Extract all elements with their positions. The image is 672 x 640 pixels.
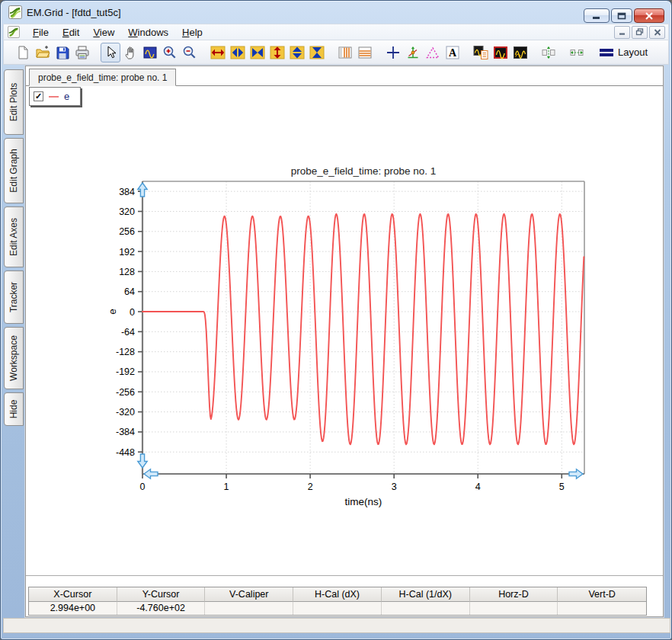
fit-vertical-icon: [541, 45, 556, 60]
open-file-button[interactable]: [33, 43, 53, 62]
cursor-readout-table: X-CursorY-CursorV-CaliperH-Cal (dX)H-Cal…: [28, 587, 647, 616]
zoom-window-button[interactable]: [140, 43, 160, 62]
title-bar[interactable]: EM.Grid - [fdtd_tut5c]: [1, 1, 671, 24]
toolbar-group: [567, 43, 587, 62]
y-tick-label: -192: [116, 366, 135, 377]
h-expand-icon: [210, 45, 226, 60]
x-tick-label: 3: [392, 482, 397, 492]
select-tool-button[interactable]: [101, 43, 120, 62]
h-shrink-icon: [230, 45, 245, 60]
x-tick-label: 2: [308, 482, 313, 492]
cursor-value-cell: [558, 602, 646, 615]
sidebar-tab-hide[interactable]: Hide: [4, 392, 24, 426]
sidebar-tab-strip: Edit PlotsEdit GraphEdit AxesTrackerWork…: [4, 65, 25, 617]
y-tick-label: 384: [119, 187, 135, 197]
new-document-button[interactable]: [13, 43, 33, 62]
legend: ✓ e: [29, 87, 81, 106]
caliper-triangle-button[interactable]: [423, 43, 443, 62]
vertical-grid-button[interactable]: [335, 43, 355, 62]
toolbar-group: A: [383, 43, 462, 62]
plot-single-button[interactable]: [491, 43, 510, 62]
pan-left-arrow-icon[interactable]: [144, 469, 158, 478]
y-tick-label: 0: [130, 307, 135, 318]
plot-with-legend-button[interactable]: [471, 43, 491, 62]
y-tick-label: -128: [116, 347, 135, 357]
horizontal-grid-button[interactable]: [355, 43, 375, 62]
close-button[interactable]: [634, 8, 664, 23]
vertical-grid-icon: [338, 45, 353, 60]
cursor-value-cell: 2.994e+00: [29, 602, 117, 615]
zoom-in-icon: [162, 45, 178, 60]
v-shrink-icon: [290, 45, 305, 60]
plot-document: probe_e_field_time: probe no. 1 ✓ e prob…: [25, 66, 664, 617]
cursor-value-cell: [382, 602, 470, 615]
x-axis-label: time(ns): [345, 496, 382, 507]
series-e-line: [142, 214, 584, 445]
cursor-col-header: H-Cal (dX): [293, 587, 382, 602]
plot-multi-icon: [513, 45, 528, 60]
menu-bar: FileEditViewWindowsHelp: [3, 24, 669, 40]
cursor-value-cell: [293, 602, 382, 615]
new-document-icon: [15, 45, 30, 60]
sidebar-tab-edit-plots[interactable]: Edit Plots: [4, 69, 24, 135]
y-axis-label: e: [107, 309, 118, 315]
y-tick-label: -64: [121, 327, 135, 338]
horizontal-grid-icon: [357, 45, 373, 60]
menu-item-file[interactable]: File: [26, 25, 56, 40]
pan-tool-button[interactable]: [120, 43, 140, 62]
v-bowtie-button[interactable]: [307, 43, 327, 62]
layout-button[interactable]: Layout: [595, 43, 651, 62]
h-shrink-button[interactable]: [228, 43, 248, 62]
caliper-triangle-icon: [425, 45, 440, 60]
chart-canvas[interactable]: 384320256192128640-64-128-192-256-320-38…: [101, 175, 603, 512]
minimize-button[interactable]: [584, 8, 610, 23]
save-button[interactable]: [53, 43, 72, 62]
h-expand-button[interactable]: [208, 43, 228, 62]
toolbar-group: [471, 43, 530, 62]
pan-tool-icon: [123, 45, 138, 60]
child-close-button[interactable]: [649, 26, 665, 39]
print-icon: [75, 45, 90, 60]
sidebar-tab-edit-graph[interactable]: Edit Graph: [4, 138, 24, 203]
layout-icon: [599, 47, 614, 58]
open-file-icon: [35, 45, 50, 60]
toolbar-group: [539, 43, 558, 62]
text-label-button[interactable]: A: [443, 43, 462, 62]
zoom-in-button[interactable]: [160, 43, 180, 62]
pan-right-arrow-icon[interactable]: [569, 469, 583, 478]
y-tick-label: -448: [116, 447, 135, 458]
h-bowtie-button[interactable]: [248, 43, 267, 62]
maximize-button[interactable]: [611, 8, 632, 23]
menu-item-view[interactable]: View: [86, 25, 121, 40]
cursor-col-header: Vert-D: [558, 587, 646, 602]
legend-line-sample: [49, 96, 59, 98]
menu-item-edit[interactable]: Edit: [56, 25, 86, 40]
pan-up-arrow-icon[interactable]: [138, 183, 147, 197]
fit-vertical-button[interactable]: [539, 43, 558, 62]
pan-down-arrow-icon[interactable]: [138, 454, 147, 468]
v-shrink-button[interactable]: [287, 43, 307, 62]
menu-item-help[interactable]: Help: [175, 25, 210, 40]
document-tab[interactable]: probe_e_field_time: probe no. 1: [29, 69, 176, 86]
y-tick-label: 256: [119, 226, 135, 237]
x-tick-label: 5: [559, 482, 565, 492]
menu-item-windows[interactable]: Windows: [121, 25, 175, 40]
zoom-out-button[interactable]: [180, 43, 200, 62]
child-restore-button[interactable]: [632, 26, 648, 39]
y-tick-label: 64: [124, 286, 135, 297]
cursor-value-cell: -4.760e+02: [117, 602, 206, 615]
print-button[interactable]: [72, 43, 92, 62]
cursor-col-header: Horz-D: [470, 587, 558, 602]
child-minimize-button[interactable]: [614, 26, 630, 39]
legend-checkbox[interactable]: ✓: [34, 91, 43, 101]
crosshair-button[interactable]: [383, 43, 403, 62]
fit-horizontal-button[interactable]: [567, 43, 587, 62]
text-label-icon: A: [445, 45, 460, 60]
tracker-axes-button[interactable]: [403, 43, 423, 62]
sidebar-tab-edit-axes[interactable]: Edit Axes: [4, 206, 24, 267]
crosshair-icon: [386, 45, 401, 60]
plot-multi-button[interactable]: [510, 43, 530, 62]
v-expand-button[interactable]: [267, 43, 287, 62]
sidebar-tab-tracker[interactable]: Tracker: [4, 270, 24, 324]
sidebar-tab-workspace[interactable]: Workspace: [4, 327, 24, 389]
